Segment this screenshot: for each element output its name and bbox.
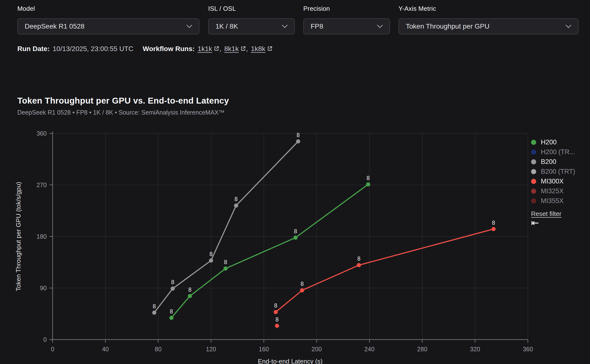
svg-text:8: 8 (357, 256, 361, 262)
legend-item-b200-trt[interactable]: B200 (TRT) (531, 167, 590, 176)
svg-text:8: 8 (224, 259, 227, 265)
svg-text:120: 120 (206, 346, 216, 353)
svg-text:8: 8 (275, 316, 279, 323)
legend-label: B200 (TRT) (541, 168, 575, 175)
svg-text:90: 90 (40, 285, 47, 291)
legend-color-dot (531, 189, 536, 194)
legend-color-dot (531, 179, 536, 184)
legend-item-b200[interactable]: B200 (531, 157, 590, 167)
svg-text:Token Throughput per GPU (tok/: Token Throughput per GPU (tok/s/gpu) (15, 182, 22, 291)
legend-label: MI325X (541, 187, 564, 195)
legend-item-mi325x[interactable]: MI325X (531, 186, 590, 196)
reset-filter-link[interactable]: Reset filter (531, 210, 561, 218)
svg-text:End-to-end Latency (s): End-to-end Latency (s) (258, 358, 322, 364)
svg-text:360: 360 (36, 130, 47, 137)
svg-text:8: 8 (188, 287, 192, 293)
legend-items: H200H200 (TR...B200B200 (TRT)MI300XMI325… (531, 137, 590, 206)
legend-label: H200 (541, 139, 557, 146)
chart-plot-area[interactable]: 04080120160200240280320360090180270360En… (0, 0, 590, 364)
legend-item-mi300x[interactable]: MI300X (531, 176, 590, 186)
collapse-left-icon[interactable]: ⇤ (531, 218, 539, 227)
svg-text:8: 8 (274, 302, 277, 309)
svg-text:8: 8 (367, 175, 370, 181)
svg-text:8: 8 (209, 251, 213, 257)
legend-label: MI300X (541, 178, 564, 185)
svg-text:180: 180 (36, 233, 47, 240)
svg-text:0: 0 (51, 346, 54, 353)
svg-text:280: 280 (417, 346, 427, 353)
legend-label: B200 (541, 158, 556, 166)
legend-item-h200-trt[interactable]: H200 (TR... (531, 147, 590, 157)
svg-text:320: 320 (470, 346, 480, 353)
svg-text:80: 80 (155, 346, 162, 353)
svg-text:8: 8 (296, 132, 300, 138)
legend-color-dot (531, 169, 536, 174)
legend-item-mi355x[interactable]: MI355X (531, 196, 590, 206)
chart-legend: H200H200 (TR...B200B200 (TRT)MI300XMI325… (531, 137, 590, 227)
svg-text:240: 240 (364, 346, 374, 353)
svg-text:8: 8 (492, 220, 495, 226)
svg-text:160: 160 (259, 346, 269, 353)
svg-text:8: 8 (171, 279, 174, 285)
svg-text:8: 8 (153, 303, 156, 310)
svg-text:8: 8 (294, 228, 297, 235)
svg-text:8: 8 (301, 281, 304, 287)
svg-text:200: 200 (312, 346, 322, 353)
legend-item-h200[interactable]: H200 (531, 137, 590, 147)
legend-color-dot (531, 198, 536, 203)
svg-text:360: 360 (523, 346, 533, 353)
legend-label: H200 (TR... (541, 148, 575, 156)
svg-text:40: 40 (102, 346, 109, 353)
legend-color-dot (531, 140, 536, 145)
svg-text:8: 8 (170, 308, 173, 315)
svg-text:8: 8 (235, 196, 238, 202)
legend-color-dot (531, 150, 536, 155)
svg-text:0: 0 (43, 336, 47, 343)
legend-label: MI355X (541, 197, 564, 205)
legend-color-dot (531, 159, 536, 164)
svg-text:270: 270 (36, 182, 47, 188)
